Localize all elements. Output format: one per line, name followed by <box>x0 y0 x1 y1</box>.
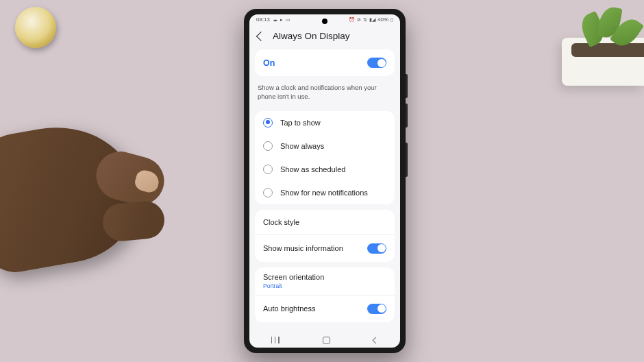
status-time: 08:13 <box>256 16 270 23</box>
item-value: Portrait <box>263 282 386 289</box>
radio-group-card: Tap to show Show always Show as schedule… <box>255 111 395 204</box>
feature-description: Show a clock and notifications when your… <box>249 76 400 111</box>
item-label: Auto brightness <box>263 304 315 313</box>
radio-icon <box>263 188 273 197</box>
radio-label: Show always <box>280 142 324 150</box>
music-info-toggle[interactable] <box>367 243 386 254</box>
display-options-card: Screen orientation Portrait Auto brightn… <box>255 267 395 322</box>
human-hand <box>0 113 192 319</box>
camera-cutout <box>322 19 327 24</box>
radio-icon <box>263 165 273 174</box>
radio-option-show-as-scheduled[interactable]: Show as scheduled <box>255 158 395 181</box>
radio-icon <box>263 141 273 151</box>
page-header: Always On Display <box>249 24 400 49</box>
plant-pot <box>562 38 644 86</box>
auto-brightness-toggle[interactable] <box>367 304 386 314</box>
radio-option-tap-to-show[interactable]: Tap to show <box>255 111 395 134</box>
radio-label: Show for new notifications <box>280 189 368 197</box>
signal-icon: ▮◢ <box>369 17 375 23</box>
screen-orientation-item[interactable]: Screen orientation Portrait <box>255 267 395 295</box>
master-switch-label: On <box>263 58 275 68</box>
music-info-item[interactable]: Show music information <box>255 235 395 262</box>
wifi-icon: ⇅ <box>363 17 367 23</box>
card-icon: ▭ <box>286 17 290 23</box>
cloud-icon: ☁ <box>273 17 277 23</box>
radio-icon <box>263 118 273 128</box>
media-icon: ▸ <box>280 17 283 23</box>
radio-option-show-always[interactable]: Show always <box>255 134 395 158</box>
navigation-bar <box>249 334 400 346</box>
item-label: Screen orientation <box>263 273 386 281</box>
clock-style-card: Clock style Show music information <box>255 210 395 262</box>
home-button[interactable] <box>323 337 330 344</box>
radio-label: Show as scheduled <box>280 165 345 173</box>
page-title: Always On Display <box>273 31 350 41</box>
master-switch-toggle[interactable] <box>367 58 386 68</box>
item-label: Show music information <box>263 244 343 252</box>
phone-frame: 08:13 ☁ ▸ ▭ ⏰ ⊘ ⇅ ▮◢ 40% ▯ Always On Dis… <box>244 9 406 353</box>
recents-button[interactable] <box>271 337 280 343</box>
radio-option-show-for-new-notifications[interactable]: Show for new notifications <box>255 181 395 204</box>
clock-style-item[interactable]: Clock style <box>255 210 395 234</box>
item-label: Clock style <box>263 218 299 226</box>
nav-back-button[interactable] <box>373 337 380 343</box>
battery-icon: ▯ <box>391 17 393 23</box>
phone-screen: 08:13 ☁ ▸ ▭ ⏰ ⊘ ⇅ ▮◢ 40% ▯ Always On Dis… <box>249 14 400 348</box>
master-switch-row[interactable]: On <box>255 49 395 76</box>
back-icon[interactable] <box>256 31 266 40</box>
battery-percent: 40% <box>377 16 388 23</box>
auto-brightness-item[interactable]: Auto brightness <box>255 295 395 322</box>
radio-label: Tap to show <box>280 119 321 127</box>
master-switch-card: On <box>255 49 395 76</box>
alarm-icon: ⏰ <box>349 17 355 23</box>
watch-object <box>15 7 56 48</box>
dnd-icon: ⊘ <box>357 17 361 23</box>
